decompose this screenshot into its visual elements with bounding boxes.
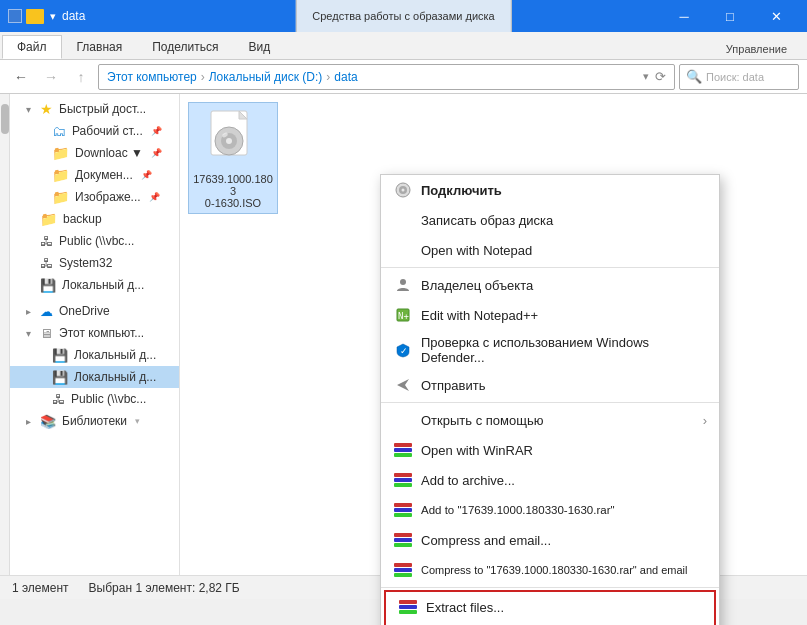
ctx-label-openwith: Открыть с помощью xyxy=(421,413,543,428)
context-menu: Подключить Записать образ диска Open wit… xyxy=(380,174,720,625)
tab-share[interactable]: Поделиться xyxy=(137,35,233,59)
back-button[interactable]: ← xyxy=(8,64,34,90)
compressrar-icon xyxy=(393,560,413,580)
drive-network3-icon: 🖧 xyxy=(52,392,65,407)
iso-file-name: 17639.1000.18030-1630.ISO xyxy=(193,173,273,209)
tab-home[interactable]: Главная xyxy=(62,35,138,59)
ctx-item-compress[interactable]: Compress and email... xyxy=(381,525,719,555)
sidebar-item-drive-d[interactable]: 💾 Локальный д... xyxy=(10,366,179,388)
sidebar-label-libraries: Библиотеки xyxy=(62,414,127,428)
scroll-thumb xyxy=(1,104,9,134)
ctx-item-notepad[interactable]: Open with Notepad xyxy=(381,235,719,265)
sidebar-label-backup: backup xyxy=(63,212,102,226)
ctx-item-winrar[interactable]: Open with WinRAR xyxy=(381,435,719,465)
sidebar-item-quick-access[interactable]: ▾ ★ Быстрый дост... xyxy=(10,98,179,120)
disk-tools-banner: Средства работы с образами диска xyxy=(295,0,511,32)
sidebar-label-system32: System32 xyxy=(59,256,112,270)
addrar-icon xyxy=(393,500,413,520)
ctx-item-mount[interactable]: Подключить xyxy=(381,175,719,205)
send-icon xyxy=(393,375,413,395)
ctx-item-compressrar[interactable]: Compress to "17639.1000.180330-1630.rar"… xyxy=(381,555,719,585)
svg-point-8 xyxy=(402,189,405,192)
file-area: 17639.1000.18030-1630.ISO Подключить Зап… xyxy=(180,94,807,575)
sidebar-item-libraries[interactable]: ▸ 📚 Библиотеки ▾ xyxy=(10,410,179,432)
spacer xyxy=(34,125,46,137)
file-item-iso[interactable]: 17639.1000.18030-1630.ISO xyxy=(188,102,278,214)
ctx-item-addrar[interactable]: Add to "17639.1000.180330-1630.rar" xyxy=(381,495,719,525)
dropdown-arrow-icon[interactable]: ▾ xyxy=(643,70,649,83)
ctx-item-openwith[interactable]: Открыть с помощью › xyxy=(381,405,719,435)
window-controls[interactable]: ─ □ ✕ xyxy=(661,0,799,32)
sidebar-item-public[interactable]: 🖧 Public (\\vbc... xyxy=(10,230,179,252)
spacer5 xyxy=(22,213,34,225)
sidebar-label-quick-access: Быстрый дост... xyxy=(59,102,146,116)
sidebar-item-images[interactable]: 📁 Изображе... 📌 xyxy=(10,186,179,208)
computer-icon: 🖥 xyxy=(40,326,53,341)
sidebar-item-this-computer[interactable]: ▾ 🖥 Этот компьют... xyxy=(10,322,179,344)
title-bar-icons: ▾ xyxy=(8,9,56,24)
window-icon-folder xyxy=(26,9,44,24)
drive-c-icon: 💾 xyxy=(52,348,68,363)
sidebar-item-desktop[interactable]: 🗂 Рабочий ст... 📌 xyxy=(10,120,179,142)
sidebar-item-public2[interactable]: 🖧 Public (\\vbc... xyxy=(10,388,179,410)
sidebar-item-backup[interactable]: 📁 backup xyxy=(10,208,179,230)
disk-mount-icon xyxy=(393,180,413,200)
ctx-item-extract[interactable]: Extract files... xyxy=(386,592,714,622)
notepadpp-icon: N+ xyxy=(393,305,413,325)
manage-tab[interactable]: Управление xyxy=(706,39,807,59)
ribbon-tabs: Файл Главная Поделиться Вид Управление xyxy=(0,32,807,60)
sidebar-label-localdrive: Локальный д... xyxy=(62,278,144,292)
ctx-item-send[interactable]: Отправить xyxy=(381,370,719,400)
ctx-label-addrar: Add to "17639.1000.180330-1630.rar" xyxy=(421,504,615,516)
defender-icon: ✓ xyxy=(393,340,413,360)
svg-text:✓: ✓ xyxy=(400,346,408,356)
sidebar-item-documents[interactable]: 📁 Докумен... 📌 xyxy=(10,164,179,186)
sidebar-label-desktop: Рабочий ст... xyxy=(72,124,143,138)
svg-point-9 xyxy=(400,279,406,285)
forward-button[interactable]: → xyxy=(38,64,64,90)
address-bar: ← → ↑ Этот компьютер › Локальный диск (D… xyxy=(0,60,807,94)
title-bar: ▾ data Средства работы с образами диска … xyxy=(0,0,807,32)
openwith-icon xyxy=(393,410,413,430)
notepad-icon xyxy=(393,240,413,260)
close-button[interactable]: ✕ xyxy=(753,0,799,32)
chevron-right-icon: ▸ xyxy=(22,305,34,317)
sidebar-label-onedrive: OneDrive xyxy=(59,304,110,318)
sidebar-item-onedrive[interactable]: ▸ ☁ OneDrive xyxy=(10,300,179,322)
refresh-icon[interactable]: ⟳ xyxy=(655,69,666,84)
spacer8 xyxy=(22,279,34,291)
sidebar-item-downloads[interactable]: 📁 Downloac ▼ 📌 xyxy=(10,142,179,164)
sidebar-item-system32[interactable]: 🖧 System32 xyxy=(10,252,179,274)
sidebar-item-drive-c[interactable]: 💾 Локальный д... xyxy=(10,344,179,366)
chevron-right3-icon: › xyxy=(703,413,707,428)
sidebar-container: ▾ ★ Быстрый дост... 🗂 Рабочий ст... 📌 📁 … xyxy=(0,94,180,575)
ctx-item-burn[interactable]: Записать образ диска xyxy=(381,205,719,235)
minimize-button[interactable]: ─ xyxy=(661,0,707,32)
pin3-icon: 📌 xyxy=(141,170,152,180)
sidebar-item-localdrive[interactable]: 💾 Локальный д... xyxy=(10,274,179,296)
ctx-item-defender[interactable]: ✓ Проверка с использованием Windows Defe… xyxy=(381,330,719,370)
status-count: 1 элемент xyxy=(12,581,69,595)
chevron-right2-icon: ▸ xyxy=(22,415,34,427)
sidebar-label-this-computer: Этот компьют... xyxy=(59,326,144,340)
ctx-label-mount: Подключить xyxy=(421,183,502,198)
address-path[interactable]: Этот компьютер › Локальный диск (D:) › d… xyxy=(98,64,675,90)
burn-icon xyxy=(393,210,413,230)
ctx-label-defender: Проверка с использованием Windows Defend… xyxy=(421,335,707,365)
maximize-button[interactable]: □ xyxy=(707,0,753,32)
disk-tools-label: Средства работы с образами диска xyxy=(295,0,511,32)
ctx-item-owner[interactable]: Владелец объекта xyxy=(381,270,719,300)
path-folder: data xyxy=(334,70,357,84)
tab-view[interactable]: Вид xyxy=(233,35,285,59)
tab-file[interactable]: Файл xyxy=(2,35,62,59)
ctx-item-editnpp[interactable]: N+ Edit with Notepad++ xyxy=(381,300,719,330)
svg-point-4 xyxy=(226,138,232,144)
search-box[interactable]: 🔍 Поиск: data xyxy=(679,64,799,90)
path-computer: Этот компьютер xyxy=(107,70,197,84)
sidebar-scrollbar[interactable] xyxy=(0,94,10,575)
ctx-label-notepad: Open with Notepad xyxy=(421,243,532,258)
library-icon: 📚 xyxy=(40,414,56,429)
up-button[interactable]: ↑ xyxy=(68,64,94,90)
ctx-label-extract: Extract files... xyxy=(426,600,504,615)
ctx-item-addarchive[interactable]: Add to archive... xyxy=(381,465,719,495)
